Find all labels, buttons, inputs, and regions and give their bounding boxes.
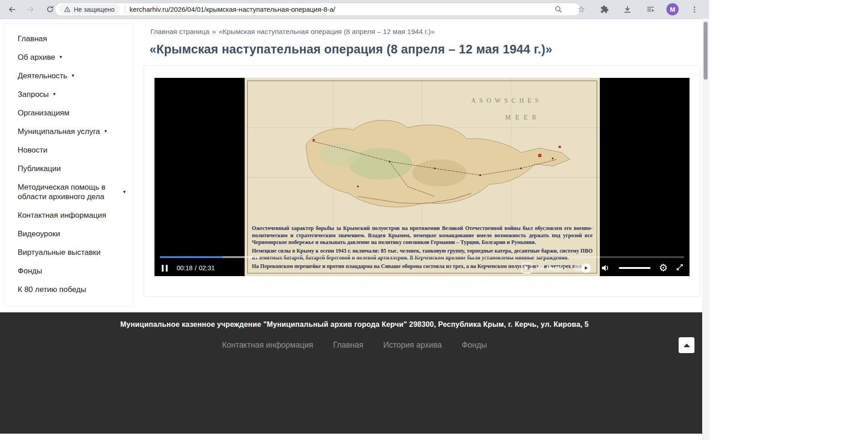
- sidebar-item-label: Фонды: [18, 266, 42, 276]
- sidebar-nav: ГлавнаяОб архиве▼Деятельность▼Запросы▼Ор…: [4, 24, 134, 306]
- sea-label-meer: MEER: [505, 114, 541, 121]
- sidebar-item[interactable]: Деятельность▼: [4, 67, 134, 85]
- scroll-to-top-button[interactable]: [679, 337, 694, 353]
- vk-video-logo-icon: [521, 263, 532, 273]
- screen: Не защищено kercharhiv.ru/2026/04/01/кры…: [0, 0, 868, 440]
- sidebar-item[interactable]: Видеоуроки: [4, 225, 134, 243]
- toolbar-nav-buttons: [5, 0, 57, 19]
- sidebar-item-label: Муниципальная услуга: [18, 127, 100, 136]
- profile-avatar[interactable]: M: [666, 3, 679, 15]
- time-total: 02:31: [199, 264, 215, 272]
- extensions-button[interactable]: [597, 2, 612, 17]
- toggle-knob-play-icon: [581, 263, 591, 273]
- page-title: «Крымская наступательная операция (8 апр…: [149, 43, 552, 57]
- vk-video-label: VK Видео: [536, 264, 566, 272]
- sidebar-item[interactable]: К 80 летию победы: [4, 280, 134, 299]
- volume-fill: [619, 267, 651, 269]
- sidebar-item-label: Методическая помощь в области архивного …: [18, 182, 122, 201]
- sidebar-item[interactable]: Фонды: [4, 262, 134, 280]
- footer-address: Муниципальное казенное учреждение "Муниц…: [0, 312, 709, 329]
- reload-icon: [46, 5, 54, 14]
- bookmark-button[interactable]: ☆: [574, 2, 588, 17]
- video-player[interactable]: ASOWSCHES MEER: [154, 78, 690, 276]
- sidebar-item[interactable]: Запросы▼: [4, 85, 134, 104]
- puzzle-icon: [600, 5, 609, 14]
- chevron-down-icon: ▼: [122, 187, 126, 197]
- breadcrumb-home-link[interactable]: Главная страница: [150, 28, 209, 35]
- footer-link[interactable]: История архива: [383, 340, 442, 350]
- caption-paragraph: Ожесточенный характер борьбы за Крымский…: [252, 225, 593, 246]
- sidebar-item-label: Главная: [18, 34, 47, 43]
- breadcrumb-current: «Крымская наступательная операция (8 апр…: [219, 28, 435, 35]
- time-display: 00:18 / 02:31: [177, 264, 215, 272]
- sidebar-item-label: Виртуальные выставки: [18, 248, 101, 257]
- pause-icon: [162, 265, 164, 272]
- zoom-button[interactable]: [551, 2, 565, 17]
- sidebar-item[interactable]: Об архиве▼: [4, 48, 134, 67]
- volume-icon[interactable]: [601, 263, 611, 273]
- sidebar-item-label: Организациям: [18, 108, 69, 118]
- autoplay-toggle[interactable]: [574, 265, 589, 271]
- security-chip[interactable]: Не защищено: [58, 4, 120, 14]
- scrollbar-track[interactable]: [702, 19, 709, 440]
- toolbar-right-icons: ☆ M: [551, 0, 702, 19]
- back-icon: [7, 5, 16, 14]
- sidebar-item-label: Новости: [18, 145, 48, 155]
- security-label: Не защищено: [74, 6, 115, 13]
- chevron-down-icon: ▼: [71, 71, 75, 81]
- sidebar-item[interactable]: Виртуальные выставки: [4, 243, 134, 262]
- menu-button[interactable]: [687, 2, 702, 17]
- chevron-down-icon: ▼: [53, 90, 57, 99]
- kebab-menu-icon: [690, 5, 699, 14]
- sidebar-item-label: Об архиве: [18, 53, 55, 62]
- sidebar-item[interactable]: Организациям: [4, 104, 134, 122]
- media-controls-button[interactable]: [643, 2, 658, 17]
- sidebar-item-label: Видеоуроки: [18, 229, 60, 239]
- downloads-button[interactable]: [620, 2, 635, 17]
- sidebar-item-label: Контактная информация: [18, 210, 106, 220]
- sidebar-item[interactable]: Новости: [4, 141, 134, 159]
- browser-toolbar: Не защищено kercharhiv.ru/2026/04/01/кры…: [0, 0, 709, 19]
- chevron-down-icon: ▼: [59, 53, 63, 62]
- settings-gear-icon[interactable]: ⚙: [659, 263, 668, 273]
- browser-window: Не защищено kercharhiv.ru/2026/04/01/кры…: [0, 0, 709, 440]
- crimea-map-art: ASOWSCHES MEER: [245, 78, 600, 227]
- zoom-icon: [554, 5, 563, 14]
- sidebar-item[interactable]: Главная: [4, 29, 134, 48]
- sidebar-item-label: Запросы: [18, 90, 49, 99]
- progress-bar[interactable]: [160, 256, 684, 258]
- sidebar-item-label: К 80 летию победы: [18, 285, 86, 294]
- sidebar-item[interactable]: Методическая помощь в области архивного …: [4, 178, 134, 206]
- breadcrumb: Главная страница»«Крымская наступательна…: [150, 28, 434, 36]
- media-controls-icon: [646, 5, 655, 14]
- fullscreen-icon[interactable]: [676, 263, 685, 273]
- volume-slider[interactable]: [619, 267, 651, 269]
- caption-paragraph: Немецкие силы в Крыму к осени 1943 г. вк…: [252, 248, 593, 262]
- scrollbar-thumb[interactable]: [704, 22, 708, 80]
- controls-left: 00:18 / 02:31: [160, 263, 215, 273]
- controls-right: VK Видео ⚙: [521, 263, 685, 273]
- chip-divider: [125, 5, 125, 14]
- video-card: ASOWSCHES MEER: [144, 65, 700, 297]
- vk-video-brand[interactable]: VK Видео: [521, 263, 566, 273]
- time-current: 00:18: [177, 264, 193, 272]
- address-bar[interactable]: Не защищено kercharhiv.ru/2026/04/01/кры…: [55, 3, 580, 16]
- footer-link[interactable]: Главная: [333, 340, 363, 350]
- progress-fill: [160, 256, 223, 258]
- sidebar-item[interactable]: Контактная информация: [4, 206, 134, 225]
- sea-label-azov: ASOWSCHES: [471, 97, 542, 104]
- back-button[interactable]: [5, 2, 19, 17]
- footer-link[interactable]: Контактная информация: [222, 340, 313, 350]
- forward-button[interactable]: [24, 2, 38, 17]
- url-text: kercharhiv.ru/2026/04/01/крымская-наступ…: [130, 5, 335, 13]
- warning-icon: [64, 6, 71, 13]
- sidebar-item-label: Деятельность: [18, 71, 67, 81]
- star-icon: ☆: [577, 5, 585, 14]
- sidebar-item[interactable]: Публикации: [4, 159, 134, 178]
- footer-link[interactable]: Фонды: [462, 340, 487, 350]
- player-controls: 00:18 / 02:31 VK Видео ⚙: [160, 261, 685, 275]
- sidebar-item[interactable]: Муниципальная услуга▼: [4, 122, 134, 141]
- chevron-down-icon: ▼: [104, 127, 108, 136]
- pause-button[interactable]: [160, 263, 169, 273]
- breadcrumb-separator: »: [212, 28, 216, 35]
